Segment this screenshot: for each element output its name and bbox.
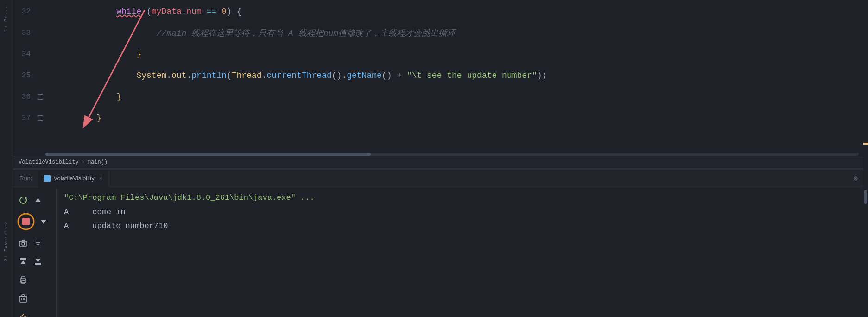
run-tab-volatile[interactable]: VolatileVisibility ×: [38, 170, 108, 187]
delete-button[interactable]: [17, 292, 30, 305]
keyword-while: while: [116, 7, 141, 16]
scrollbar-thumb: [864, 190, 867, 204]
gutter-icon-36: [38, 94, 43, 100]
settings-button[interactable]: ⚙: [853, 174, 863, 183]
sidebar-label-2: 2: Favorites: [4, 222, 9, 261]
brace-37: }: [96, 114, 101, 123]
toolbar-row-7: [13, 308, 33, 317]
scroll-up-button[interactable]: [32, 194, 44, 207]
right-scrollbar[interactable]: [863, 0, 868, 317]
toolbar-row-4: [13, 252, 48, 271]
gear-icon: ⚙: [853, 175, 858, 183]
class-thread: Thread: [232, 71, 262, 80]
toolbar-row-3: [13, 234, 48, 252]
h-scrollbar-thumb: [45, 153, 371, 156]
line-gutter-37: [36, 115, 44, 121]
yellow-indicator: [863, 143, 868, 145]
code-lines: 32 while (myData.num == 0) { 33 //main 线…: [13, 0, 863, 152]
h-scrollbar-track: [45, 153, 859, 156]
comment-33: //main 线程在这里等待，只有当 A 线程把num值修改了，主线程才会跳出循…: [96, 29, 455, 38]
stop-button-wrapper[interactable]: [17, 212, 35, 231]
svg-marker-16: [36, 259, 40, 262]
run-body: "C:\Program Files\Java\jdk1.8.0_261\bin\…: [13, 187, 863, 317]
print-button[interactable]: [17, 273, 30, 286]
svg-rect-13: [20, 258, 26, 260]
output-line-2: A come in: [64, 205, 856, 220]
toolbar-row-5: [13, 271, 33, 289]
breadcrumb-method: main(): [88, 159, 108, 165]
method-getname: getName: [347, 71, 382, 80]
op-equals: ==: [202, 7, 216, 16]
line-number-34: 34: [13, 50, 36, 58]
svg-marker-7: [41, 220, 46, 224]
camera-button[interactable]: [17, 236, 30, 249]
line-content-37: }: [44, 104, 863, 132]
svg-point-20: [25, 279, 26, 280]
class-system: System: [96, 71, 166, 80]
output-line-1: "C:\Program Files\Java\jdk1.8.0_261\bin\…: [64, 191, 856, 205]
h-scrollbar[interactable]: [13, 152, 863, 156]
output-line-3: A update number710: [64, 219, 856, 234]
run-toolbar: [13, 187, 57, 317]
filter-button[interactable]: [32, 236, 44, 249]
run-panel: Run: VolatileVisibility × ⚙: [13, 169, 863, 317]
import-button[interactable]: [17, 255, 30, 268]
svg-point-9: [22, 242, 25, 245]
left-sidebar: 1: Pr... 2: Favorites: [0, 0, 13, 317]
method-current-thread: currentThread: [266, 71, 331, 80]
run-tab-icon: [44, 175, 51, 182]
gutter-icon-37: [38, 115, 43, 121]
line-gutter-36: [36, 94, 44, 100]
toolbar-row-6: [13, 289, 33, 308]
svg-marker-3: [25, 197, 27, 198]
code-editor: 32 while (myData.num == 0) { 33 //main 线…: [13, 0, 863, 156]
output-a-1: A come in: [64, 205, 126, 220]
run-tabs: Run: VolatileVisibility × ⚙: [13, 170, 863, 187]
run-tab-close[interactable]: ×: [99, 175, 102, 182]
var-mydata: myData: [152, 7, 182, 16]
num-zero: 0: [216, 7, 227, 16]
brace-36: }: [96, 92, 121, 101]
svg-rect-15: [35, 263, 41, 265]
svg-rect-18: [21, 277, 25, 279]
run-tab-name: VolatileVisibility: [53, 175, 95, 182]
line-number-33: 33: [13, 29, 36, 37]
run-output: "C:\Program Files\Java\jdk1.8.0_261\bin\…: [57, 187, 863, 317]
string-35: "\t see the update number": [402, 71, 537, 80]
line-number-37: 37: [13, 114, 36, 122]
svg-marker-4: [35, 198, 41, 202]
svg-rect-2: [45, 176, 50, 181]
run-label: Run:: [13, 175, 38, 182]
brace-34: }: [96, 50, 141, 59]
line-number-32: 32: [13, 7, 36, 16]
method-println: println: [191, 71, 227, 80]
toolbar-row-1: [13, 191, 48, 209]
svg-marker-14: [21, 260, 25, 264]
main-content: 32 while (myData.num == 0) { 33 //main 线…: [13, 0, 863, 317]
toolbar-row-2: [13, 209, 54, 234]
field-num: num: [187, 7, 202, 16]
rerun-button[interactable]: [17, 194, 30, 207]
output-a-2: A update number710: [64, 219, 168, 234]
code-line-37: 37 }: [13, 108, 863, 129]
line-number-36: 36: [13, 93, 36, 101]
svg-rect-6: [22, 218, 30, 225]
pin-button[interactable]: [17, 311, 30, 317]
sidebar-label-1: 1: Pr...: [4, 6, 9, 32]
scroll-down-button[interactable]: [37, 215, 50, 228]
breadcrumb-sep: ›: [82, 159, 85, 165]
stop-circle-icon: [17, 212, 35, 231]
output-path: "C:\Program Files\Java\jdk1.8.0_261\bin\…: [64, 191, 315, 205]
breadcrumb-class: VolatileVisibility: [19, 159, 79, 165]
field-out: out: [171, 71, 186, 80]
export-button[interactable]: [32, 255, 44, 268]
breadcrumb-bar: VolatileVisibility › main(): [13, 156, 863, 169]
line-number-35: 35: [13, 71, 36, 80]
svg-rect-23: [22, 295, 25, 296]
